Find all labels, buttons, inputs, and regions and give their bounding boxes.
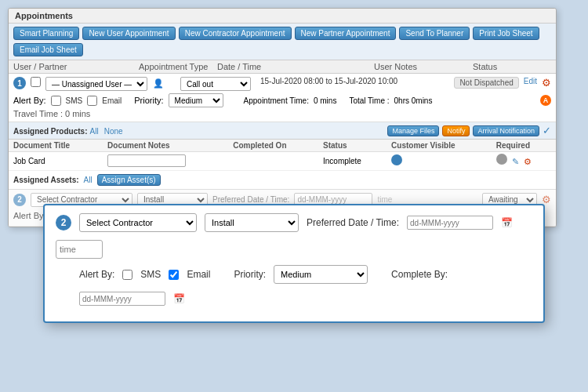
calendar-icon[interactable]: 📅: [501, 217, 513, 228]
sms-zoomed-label: SMS: [140, 269, 161, 280]
complete-by-input[interactable]: [79, 292, 165, 306]
priority-zoomed-select[interactable]: Medium: [274, 265, 368, 284]
user-notes-header: User Notes: [374, 62, 473, 71]
customer-visible-col: Customer Visible: [387, 140, 492, 152]
complete-by-calendar-icon[interactable]: 📅: [173, 293, 185, 304]
required-edit-icon[interactable]: ✎: [509, 156, 521, 169]
appointments-panel: Appointments Smart Planning New User App…: [8, 8, 557, 227]
completed-on-col: Completed On: [228, 140, 318, 152]
status-badge: Not Dispatched: [454, 77, 518, 89]
sms-checkbox[interactable]: [51, 96, 61, 106]
alert-by-2-label: Alert By:: [13, 211, 46, 220]
email-job-sheet-button[interactable]: Email Job Sheet: [13, 43, 83, 56]
email-zoomed-checkbox[interactable]: [169, 270, 179, 280]
alert-by-zoomed-label: Alert By:: [79, 269, 114, 280]
complete-by-label-zoomed: Complete By:: [391, 269, 448, 280]
manage-files-button[interactable]: Manage Files: [387, 125, 439, 136]
appointment-2-badge: 2: [13, 194, 26, 206]
gear-icon[interactable]: ⚙: [542, 77, 551, 89]
appointment-1-row: 1 — Unassigned User — 👤 Call out 15-Jul-…: [9, 74, 556, 122]
assign-assets-button[interactable]: Assign Asset(s): [97, 174, 161, 186]
preferred-date-input[interactable]: [407, 216, 493, 230]
email-label: Email: [102, 96, 122, 105]
document-table: Document Title Document Notes Completed …: [9, 140, 556, 171]
orange-badge: A: [540, 95, 551, 106]
date-time-header: Date / Time: [217, 62, 374, 71]
column-headers: User / Partner Appointment Type Date / T…: [9, 60, 556, 74]
appt-type-zoomed-select[interactable]: Install: [205, 213, 299, 232]
new-contractor-appointment-button[interactable]: New Contractor Appointment: [179, 27, 292, 40]
priority-zoomed-label: Priority:: [234, 269, 266, 280]
arrival-notification-button[interactable]: Arrival Notification: [473, 125, 539, 136]
doc-notes-input[interactable]: [107, 154, 186, 167]
panel-title: Appointments: [9, 9, 556, 24]
assigned-products-header: Assigned Products: All None Manage Files…: [9, 122, 556, 140]
status-cell: Incomplete: [318, 152, 387, 171]
user-select[interactable]: — Unassigned User —: [45, 77, 147, 91]
required-col: Required: [492, 140, 556, 152]
doc-notes-cell[interactable]: [103, 152, 228, 171]
email-checkbox[interactable]: [87, 96, 97, 106]
assigned-products-label: Assigned Products:: [13, 127, 87, 136]
send-to-planner-button[interactable]: Send To Planner: [399, 27, 470, 40]
print-job-sheet-button[interactable]: Print Job Sheet: [473, 27, 539, 40]
check-icon[interactable]: ✓: [543, 125, 551, 136]
new-partner-appointment-button[interactable]: New Partner Appointment: [295, 27, 397, 40]
doc-title-cell: Job Card: [9, 152, 103, 171]
notify-button[interactable]: Notify: [442, 125, 470, 136]
contractor-select[interactable]: Select Contractor: [79, 213, 197, 232]
assets-all-link[interactable]: All: [84, 176, 93, 184]
table-row: Job Card Incomplete ✎ ⚙: [9, 152, 556, 171]
preferred-date-label-small: Preferred Date / Time:: [212, 195, 289, 204]
customer-visible-icon: [391, 154, 402, 165]
doc-notes-col: Document Notes: [103, 140, 228, 152]
appointment-1-checkbox[interactable]: [31, 77, 41, 87]
appt-type-select[interactable]: Call out: [180, 77, 251, 91]
alert-by-label: Alert By:: [13, 96, 46, 105]
toolbar: Smart Planning New User Appointment New …: [9, 24, 556, 60]
time-input[interactable]: [56, 240, 103, 259]
sms-label: SMS: [66, 96, 83, 105]
appt-time-value: 0 mins: [314, 96, 336, 105]
appt-time-label: Appointment Time:: [244, 96, 309, 105]
edit-link[interactable]: Edit: [524, 77, 537, 85]
completed-on-cell: [228, 152, 318, 171]
all-link[interactable]: All: [90, 127, 99, 136]
user-icon[interactable]: 👤: [152, 77, 165, 89]
time-label-small: time: [377, 195, 392, 204]
smart-planning-button[interactable]: Smart Planning: [13, 27, 79, 40]
assigned-assets-label: Assigned Assets:: [13, 176, 79, 184]
priority-select[interactable]: Medium: [169, 93, 223, 107]
zoomed-badge: 2: [56, 215, 71, 230]
total-time-value: 0hrs 0mins: [394, 96, 433, 105]
status-header: Status: [473, 62, 551, 71]
appt-type-header: Appointment Type: [139, 62, 217, 71]
new-user-appointment-button[interactable]: New User Appointment: [82, 27, 175, 40]
required-icon: [496, 154, 507, 165]
zoomed-panel: 2 Select Contractor Install Preferred Da…: [43, 204, 545, 323]
assigned-assets-row: Assigned Assets: All Assign Asset(s): [9, 171, 556, 190]
travel-time-row: Travel Time : 0 mins: [13, 109, 551, 118]
doc-title-col: Document Title: [9, 140, 103, 152]
status-col: Status: [318, 140, 387, 152]
date-time-value: 15-Jul-2020 08:00 to 15-Jul-2020 10:00: [260, 77, 397, 85]
none-link[interactable]: None: [104, 127, 123, 136]
sms-zoomed-checkbox[interactable]: [122, 270, 132, 280]
preferred-date-label: Preferred Date / Time:: [307, 217, 399, 228]
appointment-1-badge: 1: [13, 77, 26, 89]
email-zoomed-label: Email: [187, 269, 210, 280]
user-partner-header: User / Partner: [13, 62, 139, 71]
required-cell: ✎ ⚙: [492, 152, 556, 171]
total-time-label: Total Time :: [349, 96, 389, 105]
priority-label: Priority:: [134, 96, 163, 105]
required-gear-icon[interactable]: ⚙: [524, 157, 532, 166]
customer-visible-cell: [387, 152, 492, 171]
